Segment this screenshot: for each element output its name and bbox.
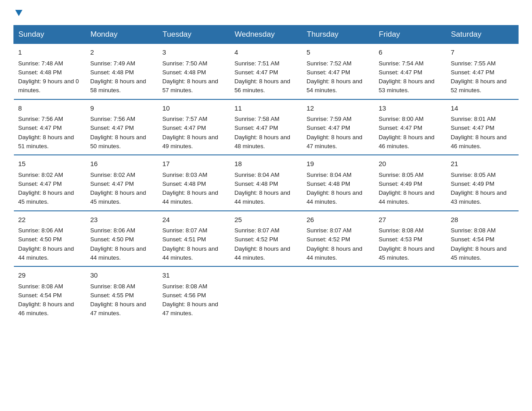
day-info: Sunrise: 8:07 AMSunset: 4:51 PMDaylight:… bbox=[163, 227, 219, 261]
day-number: 20 bbox=[379, 159, 442, 169]
day-number: 13 bbox=[379, 103, 442, 114]
day-cell: 16Sunrise: 8:02 AMSunset: 4:47 PMDayligh… bbox=[86, 155, 158, 211]
day-cell: 28Sunrise: 8:08 AMSunset: 4:54 PMDayligh… bbox=[446, 211, 519, 267]
day-number: 5 bbox=[307, 47, 370, 58]
day-cell: 10Sunrise: 7:57 AMSunset: 4:47 PMDayligh… bbox=[158, 99, 230, 155]
day-cell: 26Sunrise: 8:07 AMSunset: 4:52 PMDayligh… bbox=[302, 211, 374, 267]
calendar-table: SundayMondayTuesdayWednesdayThursdayFrid… bbox=[13, 25, 519, 322]
week-row-5: 29Sunrise: 8:08 AMSunset: 4:54 PMDayligh… bbox=[14, 266, 519, 322]
logo bbox=[13, 9, 23, 16]
day-number: 25 bbox=[235, 215, 298, 225]
day-number: 27 bbox=[379, 215, 442, 225]
header-friday: Friday bbox=[374, 26, 446, 44]
day-info: Sunrise: 8:07 AMSunset: 4:52 PMDaylight:… bbox=[307, 227, 363, 261]
day-cell: 2Sunrise: 7:49 AMSunset: 4:48 PMDaylight… bbox=[86, 44, 158, 99]
day-number: 2 bbox=[90, 47, 154, 58]
day-number: 8 bbox=[18, 103, 82, 114]
day-cell: 18Sunrise: 8:04 AMSunset: 4:48 PMDayligh… bbox=[230, 155, 302, 211]
day-cell: 29Sunrise: 8:08 AMSunset: 4:54 PMDayligh… bbox=[14, 266, 86, 322]
day-cell: 14Sunrise: 8:01 AMSunset: 4:47 PMDayligh… bbox=[446, 99, 519, 155]
day-number: 3 bbox=[163, 47, 226, 58]
day-cell bbox=[374, 266, 446, 322]
day-cell: 4Sunrise: 7:51 AMSunset: 4:47 PMDaylight… bbox=[230, 44, 302, 99]
day-info: Sunrise: 8:04 AMSunset: 4:48 PMDaylight:… bbox=[307, 171, 363, 206]
day-number: 23 bbox=[90, 215, 154, 225]
day-info: Sunrise: 7:55 AMSunset: 4:47 PMDaylight:… bbox=[451, 60, 507, 94]
header-sunday: Sunday bbox=[14, 26, 86, 44]
day-number: 11 bbox=[235, 103, 298, 114]
day-number: 17 bbox=[163, 159, 226, 169]
day-number: 30 bbox=[90, 270, 154, 281]
day-cell: 30Sunrise: 8:08 AMSunset: 4:55 PMDayligh… bbox=[86, 266, 158, 322]
day-cell bbox=[230, 266, 302, 322]
day-info: Sunrise: 7:49 AMSunset: 4:48 PMDaylight:… bbox=[90, 60, 146, 94]
day-cell: 11Sunrise: 7:58 AMSunset: 4:47 PMDayligh… bbox=[230, 99, 302, 155]
day-info: Sunrise: 8:08 AMSunset: 4:55 PMDaylight:… bbox=[90, 283, 146, 317]
day-info: Sunrise: 8:04 AMSunset: 4:48 PMDaylight:… bbox=[235, 171, 291, 206]
day-cell: 6Sunrise: 7:54 AMSunset: 4:47 PMDaylight… bbox=[374, 44, 446, 99]
svg-marker-0 bbox=[15, 10, 22, 16]
day-cell bbox=[302, 266, 374, 322]
day-cell: 5Sunrise: 7:52 AMSunset: 4:47 PMDaylight… bbox=[302, 44, 374, 99]
day-info: Sunrise: 8:01 AMSunset: 4:47 PMDaylight:… bbox=[451, 116, 507, 150]
day-info: Sunrise: 8:08 AMSunset: 4:56 PMDaylight:… bbox=[163, 283, 219, 317]
day-info: Sunrise: 7:56 AMSunset: 4:47 PMDaylight:… bbox=[18, 116, 74, 150]
day-info: Sunrise: 8:05 AMSunset: 4:49 PMDaylight:… bbox=[451, 171, 507, 206]
day-cell: 19Sunrise: 8:04 AMSunset: 4:48 PMDayligh… bbox=[302, 155, 374, 211]
day-info: Sunrise: 7:54 AMSunset: 4:47 PMDaylight:… bbox=[379, 60, 435, 94]
day-cell: 3Sunrise: 7:50 AMSunset: 4:48 PMDaylight… bbox=[158, 44, 230, 99]
day-number: 31 bbox=[163, 270, 226, 281]
day-cell: 25Sunrise: 8:07 AMSunset: 4:52 PMDayligh… bbox=[230, 211, 302, 267]
day-cell: 24Sunrise: 8:07 AMSunset: 4:51 PMDayligh… bbox=[158, 211, 230, 267]
calendar-body: 1Sunrise: 7:48 AMSunset: 4:48 PMDaylight… bbox=[14, 44, 519, 322]
day-number: 9 bbox=[90, 103, 154, 114]
day-number: 7 bbox=[451, 47, 514, 58]
day-number: 12 bbox=[307, 103, 370, 114]
day-info: Sunrise: 8:08 AMSunset: 4:54 PMDaylight:… bbox=[18, 283, 74, 317]
day-cell: 22Sunrise: 8:06 AMSunset: 4:50 PMDayligh… bbox=[14, 211, 86, 267]
header-thursday: Thursday bbox=[302, 26, 374, 44]
header-tuesday: Tuesday bbox=[158, 26, 230, 44]
day-info: Sunrise: 7:51 AMSunset: 4:47 PMDaylight:… bbox=[235, 60, 291, 94]
day-number: 22 bbox=[18, 215, 82, 225]
day-info: Sunrise: 8:08 AMSunset: 4:54 PMDaylight:… bbox=[451, 227, 507, 261]
day-cell: 7Sunrise: 7:55 AMSunset: 4:47 PMDaylight… bbox=[446, 44, 519, 99]
day-number: 26 bbox=[307, 215, 370, 225]
day-cell: 13Sunrise: 8:00 AMSunset: 4:47 PMDayligh… bbox=[374, 99, 446, 155]
week-row-2: 8Sunrise: 7:56 AMSunset: 4:47 PMDaylight… bbox=[14, 99, 519, 155]
day-info: Sunrise: 8:02 AMSunset: 4:47 PMDaylight:… bbox=[90, 171, 146, 206]
day-cell: 21Sunrise: 8:05 AMSunset: 4:49 PMDayligh… bbox=[446, 155, 519, 211]
day-number: 21 bbox=[451, 159, 514, 169]
day-number: 29 bbox=[18, 270, 82, 281]
day-info: Sunrise: 7:57 AMSunset: 4:47 PMDaylight:… bbox=[163, 116, 219, 150]
day-info: Sunrise: 8:03 AMSunset: 4:48 PMDaylight:… bbox=[163, 171, 219, 206]
week-row-3: 15Sunrise: 8:02 AMSunset: 4:47 PMDayligh… bbox=[14, 155, 519, 211]
week-row-4: 22Sunrise: 8:06 AMSunset: 4:50 PMDayligh… bbox=[14, 211, 519, 267]
day-info: Sunrise: 8:05 AMSunset: 4:49 PMDaylight:… bbox=[379, 171, 435, 206]
day-number: 18 bbox=[235, 159, 298, 169]
header-wednesday: Wednesday bbox=[230, 26, 302, 44]
day-cell: 23Sunrise: 8:06 AMSunset: 4:50 PMDayligh… bbox=[86, 211, 158, 267]
day-info: Sunrise: 8:08 AMSunset: 4:53 PMDaylight:… bbox=[379, 227, 435, 261]
header-row: SundayMondayTuesdayWednesdayThursdayFrid… bbox=[14, 26, 519, 44]
day-cell: 8Sunrise: 7:56 AMSunset: 4:47 PMDaylight… bbox=[14, 99, 86, 155]
page-header bbox=[13, 9, 519, 16]
day-info: Sunrise: 7:58 AMSunset: 4:47 PMDaylight:… bbox=[235, 116, 291, 150]
day-cell: 1Sunrise: 7:48 AMSunset: 4:48 PMDaylight… bbox=[14, 44, 86, 99]
day-number: 1 bbox=[18, 47, 82, 58]
day-info: Sunrise: 8:06 AMSunset: 4:50 PMDaylight:… bbox=[18, 227, 74, 261]
logo-triangle-icon bbox=[14, 8, 23, 19]
day-info: Sunrise: 8:07 AMSunset: 4:52 PMDaylight:… bbox=[235, 227, 291, 261]
day-cell: 17Sunrise: 8:03 AMSunset: 4:48 PMDayligh… bbox=[158, 155, 230, 211]
day-number: 14 bbox=[451, 103, 514, 114]
day-cell bbox=[446, 266, 519, 322]
day-cell: 9Sunrise: 7:56 AMSunset: 4:47 PMDaylight… bbox=[86, 99, 158, 155]
header-monday: Monday bbox=[86, 26, 158, 44]
day-info: Sunrise: 7:50 AMSunset: 4:48 PMDaylight:… bbox=[163, 60, 219, 94]
day-cell: 20Sunrise: 8:05 AMSunset: 4:49 PMDayligh… bbox=[374, 155, 446, 211]
day-info: Sunrise: 7:56 AMSunset: 4:47 PMDaylight:… bbox=[90, 116, 146, 150]
week-row-1: 1Sunrise: 7:48 AMSunset: 4:48 PMDaylight… bbox=[14, 44, 519, 99]
day-info: Sunrise: 7:59 AMSunset: 4:47 PMDaylight:… bbox=[307, 116, 363, 150]
day-info: Sunrise: 8:00 AMSunset: 4:47 PMDaylight:… bbox=[379, 116, 435, 150]
day-number: 24 bbox=[163, 215, 226, 225]
